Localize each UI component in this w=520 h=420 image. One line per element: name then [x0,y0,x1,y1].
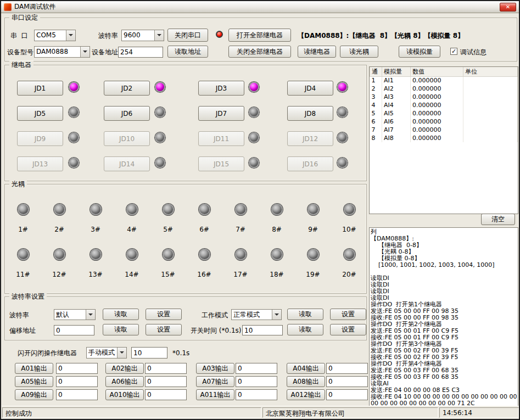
relay-button-jd14[interactable]: JD14 [104,156,150,171]
close-icon[interactable]: ✕ [500,3,516,12]
ao-input-A07输出[interactable] [236,376,277,387]
ao-input-A09输出[interactable] [56,389,98,400]
ao-button-A08输出[interactable]: A08输出 [287,376,325,387]
ao-input-A012输出[interactable] [326,389,368,400]
analog-cell: 0.000000 [411,101,463,109]
relay-button-jd10[interactable]: JD10 [104,131,150,146]
ao-input-A011输出[interactable] [236,389,277,400]
baud-set-button[interactable]: 设置 [146,309,182,320]
baudrate-label: 波特率 [98,32,118,40]
ao-input-A08输出[interactable] [326,376,368,387]
relay-button-jd5[interactable]: JD5 [17,106,63,121]
port-select[interactable]: COM5 [34,30,76,41]
opto-label-6: 6# [186,226,222,233]
ao-button-A012输出[interactable]: A012输出 [287,389,325,400]
ao-input-A04输出[interactable] [326,363,368,374]
read-opto-button[interactable]: 读光耦 [340,46,378,58]
switch-time-set-button[interactable]: 设置 [330,324,366,335]
opto-indicator-12 [54,249,65,260]
analog-table-body: 1AI10.0000002AI20.0000003AI30.0000004AI4… [370,76,518,142]
opto-label-4: 4# [114,226,150,233]
offset-read-button[interactable]: 读取 [103,324,139,335]
ao-input-A06输出[interactable] [145,376,187,387]
switch-time-read-button[interactable]: 读取 [287,324,323,335]
analog-col-header: 模拟量 [382,67,411,76]
relay-indicator-jd11 [249,132,259,143]
debug-info-checkbox[interactable]: ✓ [450,48,457,55]
relay-button-jd1[interactable]: JD1 [17,81,63,96]
ao-button-A010输出[interactable]: A010输出 [105,389,144,400]
opto-channel-15: 15# [150,249,186,278]
ao-button-A07输出[interactable]: A07输出 [196,376,234,387]
close-serial-button[interactable]: 关闭串口 [167,29,208,42]
baud-setting-select-value: 默认 [54,310,86,320]
ao-input-A05输出[interactable] [56,376,98,387]
relay-button-jd12[interactable]: JD12 [287,131,333,146]
open-all-relays-button[interactable]: 打开全部继电器 [228,29,291,42]
read-relays-button[interactable]: 读继电器 [298,46,336,58]
work-mode-set-button[interactable]: 设置 [330,309,366,320]
clear-button[interactable]: 清空 [481,214,515,225]
ao-input-A03输出[interactable] [236,363,277,374]
relay-button-jd3[interactable]: JD3 [198,81,244,96]
relay-indicator-jd8 [337,107,348,117]
flash-mode-select[interactable]: 手动模式 [86,347,127,359]
analog-cell: AI3 [382,93,411,101]
opto-channel-7: 7# [222,204,259,233]
read-analog-button[interactable]: 读模拟量 [399,46,440,58]
ao-button-A01输出[interactable]: A01输出 [15,363,53,374]
close-all-relays-button[interactable]: 关闭全部继电器 [228,46,291,58]
read-address-button[interactable]: 读取地址 [167,46,208,58]
device-address-input[interactable] [118,47,163,58]
ao-button-A04输出[interactable]: A04输出 [287,363,325,374]
opto-label-1: 1# [5,226,41,233]
flash-time-unit-label: *0.1s [172,349,189,357]
offset-address-input[interactable] [54,325,94,335]
opto-indicator-1 [18,204,29,215]
ao-button-A05输出[interactable]: A05输出 [15,376,53,387]
window-title: DAM调试软件 [14,2,56,12]
relay-button-jd15[interactable]: JD15 [198,156,244,171]
log-area[interactable]: 列【DAM0888】: 【继电器 0-8】 【光耦 0-8】 【模拟量 0-8】… [369,227,518,407]
relay-button-jd8[interactable]: JD8 [287,106,333,121]
analog-row: 3AI30.000000 [370,93,518,101]
baud-setting-select[interactable]: 默认 [54,309,96,320]
ao-input-A010输出[interactable] [145,389,187,400]
analog-cell [463,101,518,109]
ao-input-A02输出[interactable] [145,363,187,374]
ao-button-A06输出[interactable]: A06输出 [105,376,144,387]
opto-label-9: 9# [295,226,331,233]
work-mode-read-button[interactable]: 读取 [287,309,323,320]
baudrate-select[interactable]: 9600 [121,30,164,41]
offset-set-button[interactable]: 设置 [146,324,182,335]
relay-button-jd11[interactable]: JD11 [198,131,244,146]
analog-cell: 0.000000 [411,109,463,117]
analog-cell: AI5 [382,109,411,117]
baud-read-button[interactable]: 读取 [103,309,139,320]
switch-time-input[interactable] [242,325,283,335]
chevron-down-icon [86,310,95,320]
relay-button-jd13[interactable]: JD13 [17,156,63,171]
relay-button-jd16[interactable]: JD16 [287,156,333,171]
analog-row: 7AI70.000000 [370,126,518,134]
analog-row: 5AI50.000000 [370,109,518,117]
ao-button-A011输出[interactable]: A011输出 [196,389,234,400]
relay-button-jd2[interactable]: JD2 [104,81,150,96]
ao-button-A09输出[interactable]: A09输出 [15,389,53,400]
analog-cell: 0.000000 [411,85,463,93]
relay-button-jd6[interactable]: JD6 [104,106,150,121]
ao-button-A03输出[interactable]: A03输出 [196,363,234,374]
work-mode-select[interactable]: 正常模式 [231,309,282,320]
flash-time-input[interactable] [131,347,167,359]
ao-input-A01输出[interactable] [56,363,98,374]
device-model-select[interactable]: DAM0888 [34,46,90,58]
ao-button-A02输出[interactable]: A02输出 [105,363,144,374]
relay-button-jd4[interactable]: JD4 [287,81,333,96]
analog-cell [463,76,518,85]
relay-button-jd9[interactable]: JD9 [17,131,63,146]
relay-group: 继电器 JD1JD2JD3JD4JD5JD6JD7JD8JD9JD10JD11J… [4,65,367,181]
analog-row: 8AI80.000000 [370,134,518,142]
work-mode-select-value: 正常模式 [232,310,272,320]
log-line: 读取DI [371,282,517,288]
relay-button-jd7[interactable]: JD7 [198,106,244,121]
